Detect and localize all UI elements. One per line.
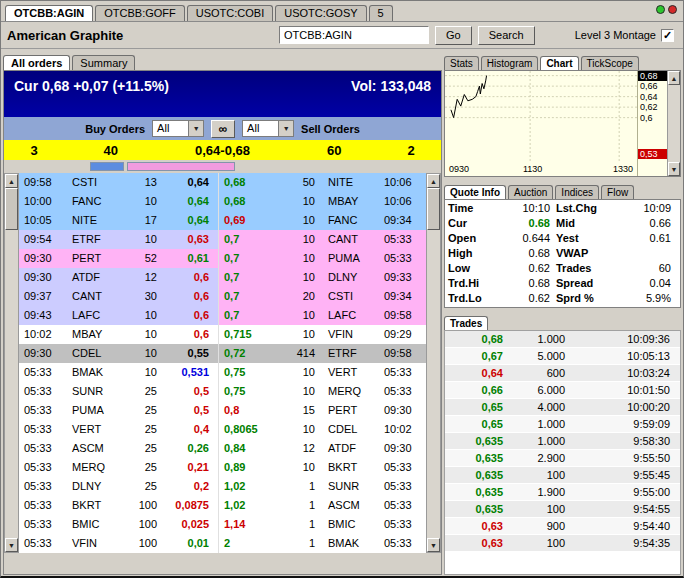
scroll-thumb[interactable] [427, 188, 440, 230]
sell-size-cell: 10 [275, 458, 325, 477]
app-tab[interactable]: OTCBB:AGIN [5, 5, 93, 21]
chart-tab[interactable]: TickScope [581, 56, 639, 70]
order-row[interactable]: 05:33DLNY250,21,021SUNR05:33 [19, 477, 426, 496]
orders-tab[interactable]: Summary [72, 55, 135, 70]
scroll-up-icon[interactable]: ▲ [668, 71, 680, 85]
quote-tab[interactable]: Auction [508, 185, 553, 199]
link-filters-button[interactable]: ∞ [211, 120, 235, 138]
sell-time-cell: 05:33 [379, 363, 426, 382]
order-row[interactable]: 09:54ETRF100,630,710CANT05:33 [19, 230, 426, 249]
sell-size-cell: 10 [275, 211, 325, 230]
order-row[interactable]: 09:43LAFC100,60,710LAFC09:58 [19, 306, 426, 325]
order-row[interactable]: 05:33BKRT1000,08751,021ASCM05:33 [19, 496, 426, 515]
order-row[interactable]: 09:30PERT520,610,710PUMA05:33 [19, 249, 426, 268]
trade-row[interactable]: 0,681.00010:09:36 [445, 331, 680, 348]
trade-row[interactable]: 0,6351.0009:58:30 [445, 433, 680, 450]
montage-checkbox[interactable]: ✓ [661, 29, 674, 42]
trade-price: 0,64 [445, 365, 503, 382]
order-row[interactable]: 10:05NITE170,640,6910FANC09:34 [19, 211, 426, 230]
connect-status-dot-icon[interactable] [656, 5, 665, 14]
trade-row[interactable]: 0,6460010:03:24 [445, 365, 680, 382]
chart-tab[interactable]: Stats [444, 56, 479, 70]
scroll-track[interactable] [5, 230, 18, 538]
orders-tab[interactable]: All orders [3, 55, 70, 70]
window-controls [656, 5, 677, 14]
order-row[interactable]: 09:30CDEL100,550,72414ETRF09:58 [19, 344, 426, 363]
trade-row[interactable]: 0,6352.9009:55:50 [445, 450, 680, 467]
trade-row[interactable]: 0,639009:54:40 [445, 518, 680, 535]
scroll-down-icon[interactable]: ▼ [668, 162, 680, 176]
trade-row[interactable]: 0,651.0009:59:09 [445, 416, 680, 433]
quote-label: Yest [556, 231, 612, 246]
buy-mm-cell: BKRT [69, 496, 125, 515]
order-row[interactable]: 05:33VERT250,40,806510CDEL10:02 [19, 420, 426, 439]
ask-size: 60 [288, 143, 382, 158]
order-row[interactable]: 05:33VFIN1000,0121BMAK05:33 [19, 534, 426, 553]
sell-size-cell: 1 [275, 496, 325, 515]
sell-price-cell: 0,7 [219, 287, 275, 306]
app-tab[interactable]: USOTC:COBI [187, 5, 273, 21]
quote-tab[interactable]: Indices [555, 185, 599, 199]
sell-time-cell: 09:34 [379, 287, 426, 306]
sell-time-cell: 09:30 [379, 439, 426, 458]
order-table: 09:58CSTI130,640,6850NITE10:0610:00FANC1… [19, 173, 426, 553]
chart-tab[interactable]: Histogram [481, 56, 539, 70]
bbo-row: 3 40 0,64-0,68 60 2 [4, 140, 441, 160]
order-row[interactable]: 05:33BMAK100,5310,7510VERT05:33 [19, 363, 426, 382]
chart-tab[interactable]: Chart [540, 56, 578, 70]
order-row[interactable]: 05:33SUNR250,50,7510MERQ05:33 [19, 382, 426, 401]
x-tick-label: 1330 [613, 164, 633, 174]
sell-price-cell: 0,68 [219, 192, 275, 211]
buy-mm-cell: BMIC [69, 515, 125, 534]
sell-side-scrollbar[interactable]: ▲ ▼ [426, 173, 441, 553]
app-tab[interactable]: OTCBB:GOFF [95, 5, 185, 21]
trade-row[interactable]: 0,675.00010:05:13 [445, 348, 680, 365]
scroll-up-icon[interactable]: ▲ [427, 174, 440, 188]
chart-box: 093011301330 0,680,660,640,620,60,53 ▲ ▼ [444, 70, 681, 177]
order-row[interactable]: 10:02MBAY100,60,71510VFIN09:29 [19, 325, 426, 344]
volume-text: Vol: 133,048 [351, 78, 431, 117]
trade-row[interactable]: 0,6351009:55:45 [445, 467, 680, 484]
order-row[interactable]: 09:37CANT300,60,720CSTI09:34 [19, 287, 426, 306]
quote-value: 0.68 [496, 276, 556, 291]
trade-row[interactable]: 0,6351009:54:55 [445, 501, 680, 518]
app-tab[interactable]: USOTC:GOSY [275, 5, 366, 21]
chart-x-labels: 093011301330 [445, 163, 637, 176]
buy-side-scrollbar[interactable]: ▲ ▼ [4, 173, 19, 553]
scroll-down-icon[interactable]: ▼ [5, 538, 18, 552]
buy-size-cell: 100 [125, 515, 165, 534]
quote-row: Trd.Lo0.62Sprd %5.9% [448, 291, 677, 306]
order-row[interactable]: 05:33MERQ250,210,8910BKRT05:33 [19, 458, 426, 477]
sell-size-cell: 10 [275, 306, 325, 325]
sell-filter-select[interactable]: All ▼ [242, 120, 294, 137]
trade-row[interactable]: 0,666.00010:01:50 [445, 382, 680, 399]
search-button[interactable]: Search [478, 26, 535, 45]
scroll-thumb[interactable] [5, 188, 18, 230]
order-row[interactable]: 05:33ASCM250,260,8412ATDF09:30 [19, 439, 426, 458]
order-row[interactable]: 09:30ATDF120,60,710DLNY09:33 [19, 268, 426, 287]
order-row[interactable]: 05:33PUMA250,50,815PERT09:30 [19, 401, 426, 420]
chart-scrollbar[interactable]: ▲ ▼ [667, 71, 680, 176]
trades-tab[interactable]: Trades [444, 316, 488, 330]
trade-row[interactable]: 0,654.00010:00:20 [445, 399, 680, 416]
close-dot-icon[interactable] [668, 5, 677, 14]
order-row[interactable]: 09:58CSTI130,640,6850NITE10:06 [19, 173, 426, 192]
buy-mm-cell: CANT [69, 287, 125, 306]
trade-row[interactable]: 0,6351.9009:55:00 [445, 484, 680, 501]
trade-row[interactable]: 0,631009:54:35 [445, 535, 680, 552]
order-row[interactable]: 05:33BMIC1000,0251,141BMIC05:33 [19, 515, 426, 534]
go-button[interactable]: Go [435, 26, 472, 45]
scroll-up-icon[interactable]: ▲ [5, 174, 18, 188]
symbol-input[interactable] [279, 26, 429, 44]
app-tab[interactable]: 5 [369, 5, 393, 21]
buy-price-cell: 0,531 [165, 363, 219, 382]
order-filter-controls: Buy Orders All ▼ ∞ All ▼ Sell Orders [4, 117, 441, 140]
trade-time: 9:55:45 [575, 467, 680, 484]
company-name: American Graphite [7, 28, 273, 43]
order-row[interactable]: 10:00FANC100,640,6810MBAY10:06 [19, 192, 426, 211]
scroll-down-icon[interactable]: ▼ [427, 538, 440, 552]
quote-tab[interactable]: Quote Info [444, 185, 506, 199]
quote-tab[interactable]: Flow [601, 185, 634, 199]
scroll-track[interactable] [427, 230, 440, 538]
buy-filter-select[interactable]: All ▼ [152, 120, 204, 137]
